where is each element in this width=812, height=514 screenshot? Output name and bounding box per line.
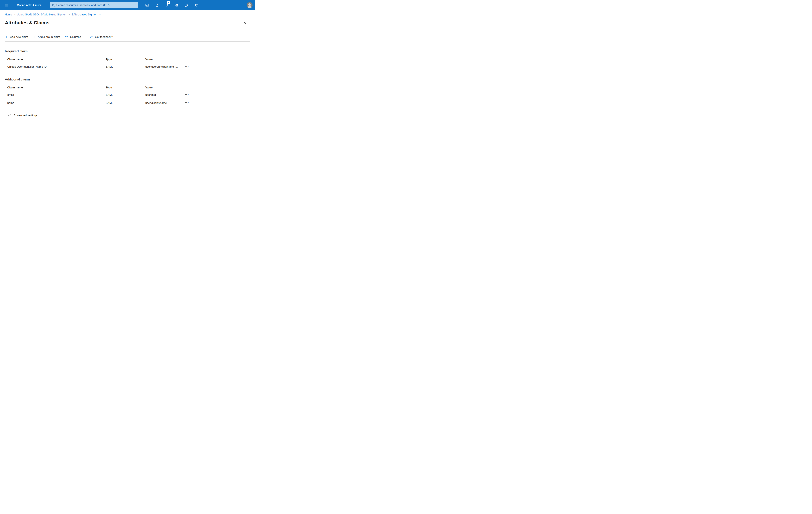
required-claim-table: Claim name Type Value Unique User Identi…: [5, 56, 191, 71]
columns-button[interactable]: Columns: [65, 35, 81, 39]
add-new-claim-label: Add new claim: [10, 35, 28, 39]
table-row[interactable]: Unique User Identifier (Name ID) SAML us…: [5, 63, 191, 71]
breadcrumb-home-link[interactable]: Home: [5, 13, 12, 16]
column-header-claim-name: Claim name: [7, 58, 106, 61]
user-avatar[interactable]: [247, 2, 253, 8]
claim-value-cell: user.userprincipalname [...: [145, 65, 183, 69]
settings-button[interactable]: [172, 0, 181, 10]
row-context-menu-button[interactable]: •••: [185, 101, 189, 105]
column-header-value: Value: [145, 86, 183, 89]
breadcrumb: Home > Azure SAML SSO | SAML-based Sign-…: [5, 13, 250, 16]
got-feedback-button[interactable]: Got feedback?: [89, 35, 113, 39]
blade-content: Home > Azure SAML SSO | SAML-based Sign-…: [0, 13, 255, 117]
claim-name-cell: Unique User Identifier (Name ID): [7, 65, 106, 69]
svg-text:?: ?: [185, 4, 186, 6]
chevron-down-icon: [8, 114, 11, 116]
hamburger-icon: [5, 3, 9, 7]
cloud-shell-button[interactable]: [142, 0, 152, 10]
command-bar: Add new claim Add a group claim Columns: [5, 34, 250, 40]
global-search-box[interactable]: [50, 2, 138, 8]
column-header-value: Value: [145, 58, 183, 61]
table-header-row: Claim name Type Value: [5, 84, 191, 91]
table-row[interactable]: email SAML user.mail •••: [5, 91, 191, 99]
got-feedback-label: Got feedback?: [95, 35, 113, 39]
feedback-button[interactable]: [191, 0, 201, 10]
breadcrumb-separator: >: [66, 13, 72, 16]
add-group-claim-label: Add a group claim: [38, 35, 60, 39]
notification-count-badge: 6: [167, 1, 170, 4]
azure-portal-screen: Microsoft Azure: [0, 0, 255, 117]
claim-type-cell: SAML: [106, 93, 145, 97]
columns-icon: [65, 35, 68, 39]
hamburger-menu-button[interactable]: [4, 0, 10, 10]
column-header-type: Type: [106, 58, 145, 61]
claim-type-cell: SAML: [106, 102, 145, 105]
search-icon: [52, 4, 55, 7]
claim-name-cell: name: [7, 102, 106, 105]
help-icon: ?: [184, 3, 188, 7]
search-input[interactable]: [56, 4, 137, 7]
columns-label: Columns: [70, 35, 81, 39]
plus-icon: [33, 35, 36, 39]
avatar-head-shape: [248, 3, 251, 6]
help-button[interactable]: ?: [181, 0, 191, 10]
claim-type-cell: SAML: [106, 65, 145, 69]
cloud-shell-terminal-icon: [145, 3, 149, 7]
azure-top-bar: Microsoft Azure: [0, 0, 255, 10]
microsoft-azure-logo[interactable]: Microsoft Azure: [17, 0, 41, 10]
breadcrumb-separator: >: [97, 13, 103, 16]
settings-gear-icon: [174, 3, 178, 7]
person-feedback-icon: [89, 35, 93, 39]
command-bar-rule: [5, 41, 250, 42]
claim-value-cell: user.mail: [145, 93, 183, 97]
directory-filter-button[interactable]: [152, 0, 162, 10]
add-new-claim-button[interactable]: Add new claim: [5, 35, 28, 39]
plus-icon: [5, 35, 8, 39]
column-header-type: Type: [106, 86, 145, 89]
advanced-settings-label: Advanced settings: [13, 114, 37, 117]
breadcrumb-saml-signon-link[interactable]: SAML-based Sign-on: [71, 13, 97, 16]
notifications-button[interactable]: 6: [162, 0, 172, 10]
breadcrumb-separator: >: [12, 13, 18, 16]
add-group-claim-button[interactable]: Add a group claim: [33, 35, 60, 39]
close-icon: [243, 21, 246, 25]
claim-name-cell: email: [7, 93, 106, 97]
close-blade-button[interactable]: [242, 20, 248, 26]
avatar-body-shape: [247, 6, 252, 8]
table-row[interactable]: name SAML user.displayname •••: [5, 99, 191, 107]
claim-value-cell: user.displayname: [145, 102, 183, 105]
person-feedback-icon: [194, 3, 198, 7]
directory-filter-icon: [155, 3, 159, 7]
table-header-row: Claim name Type Value: [5, 56, 191, 63]
advanced-settings-toggle[interactable]: Advanced settings: [5, 114, 37, 117]
topbar-icon-group: 6 ?: [142, 0, 201, 10]
additional-claims-table: Claim name Type Value email SAML user.ma…: [5, 84, 191, 107]
page-title: Attributes & Claims: [5, 20, 50, 26]
title-more-options-button[interactable]: ···: [56, 21, 60, 25]
required-claim-heading: Required claim: [5, 49, 250, 53]
row-context-menu-button[interactable]: •••: [185, 65, 189, 69]
additional-claims-heading: Additional claims: [5, 77, 250, 81]
breadcrumb-app-link[interactable]: Azure SAML SSO | SAML-based Sign-on: [18, 13, 66, 16]
blade-title-row: Attributes & Claims ···: [5, 19, 250, 26]
row-context-menu-button[interactable]: •••: [185, 93, 189, 97]
column-header-claim-name: Claim name: [7, 86, 106, 89]
